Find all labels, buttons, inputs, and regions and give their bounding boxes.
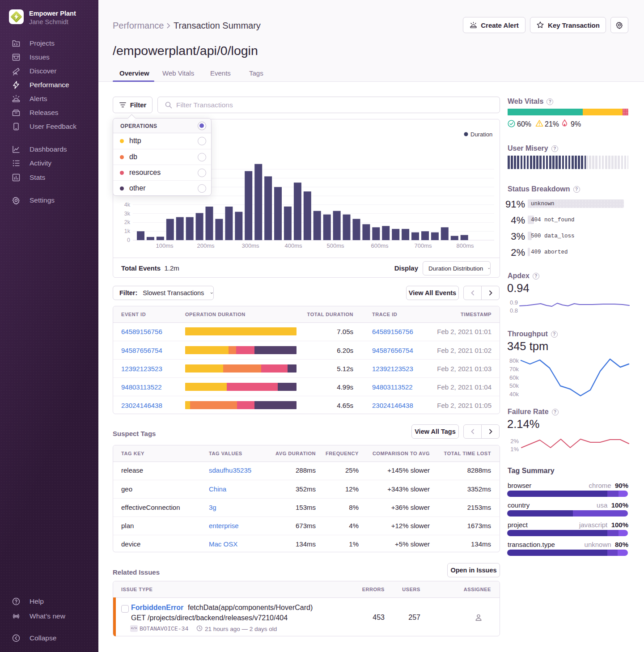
svg-text:1%: 1% — [510, 446, 519, 453]
svg-text:3k: 3k — [124, 211, 131, 217]
svg-text:80k: 80k — [509, 357, 519, 364]
svg-text:0.8: 0.8 — [510, 307, 518, 314]
svg-text:0.9: 0.9 — [510, 299, 518, 306]
svg-text:400ms: 400ms — [284, 242, 302, 249]
svg-text:Duration: Duration — [470, 131, 492, 138]
svg-text:600ms: 600ms — [371, 242, 389, 249]
svg-text:0: 0 — [127, 237, 130, 243]
svg-text:1k: 1k — [124, 228, 131, 234]
svg-text:2%: 2% — [510, 438, 519, 445]
svg-text:500ms: 500ms — [326, 242, 344, 249]
svg-text:300ms: 300ms — [242, 242, 259, 249]
svg-text:800ms: 800ms — [456, 242, 474, 249]
svg-text:40k: 40k — [509, 391, 519, 398]
svg-text:4k: 4k — [124, 202, 131, 208]
svg-text:700ms: 700ms — [414, 242, 432, 249]
svg-text:50k: 50k — [509, 382, 519, 389]
svg-text:200ms: 200ms — [197, 242, 215, 249]
svg-text:100ms: 100ms — [156, 242, 174, 249]
svg-text:2k: 2k — [124, 219, 131, 225]
svg-text:60k: 60k — [509, 374, 519, 381]
svg-text:70k: 70k — [509, 366, 519, 373]
